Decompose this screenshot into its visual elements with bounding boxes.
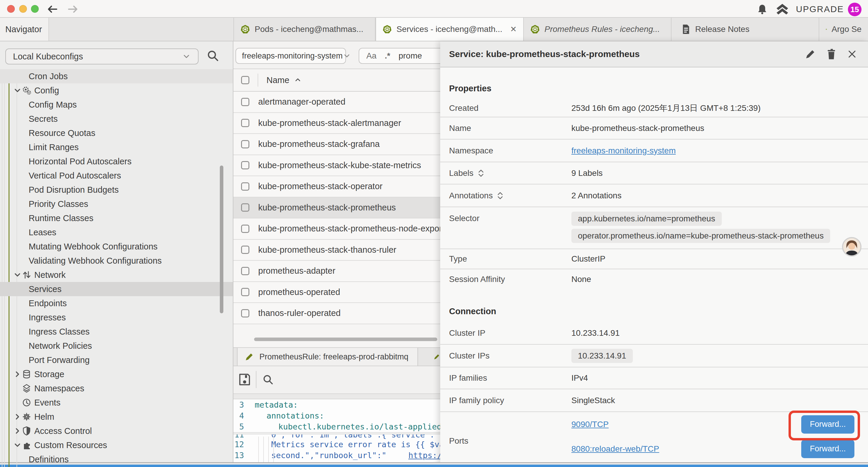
row-checkbox[interactable]: [241, 288, 249, 296]
name-column-header[interactable]: Name: [267, 76, 289, 85]
yaml-editor[interactable]: 3metadata: 4annotations: 5kubectl.kubern…: [234, 399, 440, 467]
sidebar-item[interactable]: Custom Resources: [0, 438, 233, 452]
table-row[interactable]: prometheus-adapter: [234, 261, 440, 282]
tab-pods[interactable]: Pods - icecheng@mathmas...: [234, 18, 375, 41]
sidebar-item[interactable]: Horizontal Pod Autoscalers: [0, 154, 233, 169]
sidebar-item[interactable]: Secrets: [0, 112, 233, 126]
row-checkbox[interactable]: [241, 119, 249, 127]
table-row[interactable]: alertmanager-operated: [234, 92, 440, 113]
table-row[interactable]: kube-prometheus-stack-operator: [234, 176, 440, 198]
tab-argo[interactable]: Argo Se: [819, 18, 868, 41]
sidebar-item[interactable]: Endpoints: [0, 296, 233, 310]
sidebar-item[interactable]: Access Control: [0, 424, 233, 438]
table-row[interactable]: kube-prometheus-stack-alertmanager: [234, 113, 440, 134]
forward-arrow-icon[interactable]: [67, 4, 79, 14]
close-icon[interactable]: [847, 49, 857, 59]
sidebar-item[interactable]: Ingress Classes: [0, 324, 233, 339]
sidebar-item[interactable]: Events: [0, 396, 233, 410]
regex-toggle[interactable]: .*: [385, 51, 390, 61]
select-all-checkbox[interactable]: [241, 76, 249, 84]
sidebar-item[interactable]: Priority Classes: [0, 197, 233, 211]
sidebar-item[interactable]: Resource Quotas: [0, 126, 233, 140]
table-row[interactable]: prometheus-operated: [234, 282, 440, 303]
window-close-button[interactable]: [7, 5, 15, 13]
sidebar-item[interactable]: Leases: [0, 225, 233, 239]
namespace-link[interactable]: freeleaps-monitoring-system: [571, 146, 676, 155]
sort-ascending-icon[interactable]: [294, 76, 302, 84]
namespace-selector[interactable]: freeleaps-monitoring-system: [236, 48, 346, 64]
editor-tab-partial[interactable]: [418, 348, 440, 366]
forward-button[interactable]: Forward...: [801, 440, 855, 458]
table-row[interactable]: kube-prometheus-stack-kube-state-metrics: [234, 155, 440, 176]
panel-separator[interactable]: [234, 393, 440, 399]
table-row[interactable]: thanos-ruler-operated: [234, 303, 440, 324]
tree-chevron-icon[interactable]: [13, 427, 22, 435]
sidebar-item[interactable]: Validating Webhook Configurations: [0, 254, 233, 268]
sidebar-item[interactable]: Ingresses: [0, 310, 233, 324]
selector-chip[interactable]: app.kubernetes.io/name=prometheus: [571, 212, 722, 226]
row-checkbox[interactable]: [241, 98, 249, 106]
match-case-toggle[interactable]: Aa: [366, 51, 376, 61]
editor-tab-prometheusrule[interactable]: PrometheusRule: freeleaps-prod-rabbitmq: [237, 348, 418, 366]
sidebar-item[interactable]: Pod Disruption Budgets: [0, 183, 233, 197]
avatar[interactable]: [842, 237, 862, 257]
sidebar-item[interactable]: Runtime Classes: [0, 211, 233, 225]
save-icon[interactable]: [238, 373, 251, 386]
row-checkbox[interactable]: [241, 225, 249, 233]
sidebar-item[interactable]: Config: [0, 83, 233, 97]
tree-chevron-icon[interactable]: [13, 270, 22, 279]
table-row[interactable]: kube-prometheus-stack-thanos-ruler: [234, 240, 440, 261]
tree-chevron-icon[interactable]: [13, 86, 22, 95]
tree-chevron-icon[interactable]: [13, 412, 22, 421]
sidebar-item[interactable]: Network Policies: [0, 339, 233, 353]
sidebar-scrollbar[interactable]: [220, 166, 223, 313]
row-checkbox[interactable]: [241, 161, 249, 169]
table-row[interactable]: kube-prometheus-stack-grafana: [234, 134, 440, 155]
tree-chevron-icon[interactable]: [13, 441, 22, 449]
table-row[interactable]: kube-prometheus-stack-prometheus: [234, 198, 440, 219]
notifications-bell-icon[interactable]: [756, 3, 768, 15]
name-filter-input[interactable]: Aa .* prome: [359, 48, 440, 64]
sidebar-item[interactable]: Mutating Webhook Configurations: [0, 239, 233, 254]
row-checkbox[interactable]: [241, 182, 249, 191]
row-checkbox[interactable]: [241, 203, 249, 212]
sidebar-item[interactable]: Port Forwarding: [0, 353, 233, 367]
sidebar-item[interactable]: Vertical Pod Autoscalers: [0, 169, 233, 183]
expand-sort-icon[interactable]: [497, 192, 503, 200]
sidebar-item[interactable]: Helm: [0, 410, 233, 424]
tree-chevron-icon[interactable]: [13, 370, 22, 379]
close-tab-icon[interactable]: ✕: [507, 25, 517, 34]
back-arrow-icon[interactable]: [47, 4, 59, 14]
notification-count-badge[interactable]: 15: [848, 3, 862, 16]
editor-search-icon[interactable]: [262, 373, 274, 386]
row-checkbox[interactable]: [241, 140, 249, 148]
tab-services[interactable]: Services - icecheng@math... ✕: [375, 18, 524, 41]
search-icon[interactable]: [206, 49, 219, 62]
selector-chip[interactable]: operator.prometheus.io/name=kube-prometh…: [571, 229, 830, 243]
tab-release-notes[interactable]: Release Notes: [672, 18, 819, 41]
sidebar-item[interactable]: Cron Jobs: [0, 69, 233, 83]
sidebar-item[interactable]: Network: [0, 268, 233, 282]
port-link[interactable]: 9090/TCP: [571, 420, 609, 429]
port-link[interactable]: 8080:reloader-web/TCP: [571, 444, 659, 454]
runbook-url-link[interactable]: https://net: [408, 451, 440, 460]
edit-pencil-icon[interactable]: [805, 49, 816, 60]
table-row[interactable]: kube-prometheus-stack-prometheus-node-ex…: [234, 218, 440, 240]
row-checkbox[interactable]: [241, 309, 249, 317]
tab-prometheus-rules[interactable]: Prometheus Rules - icecheng...: [524, 18, 672, 41]
row-checkbox[interactable]: [241, 267, 249, 275]
row-checkbox[interactable]: [241, 245, 249, 254]
sidebar-item[interactable]: Limit Ranges: [0, 140, 233, 154]
sidebar-item[interactable]: Definitions: [0, 452, 233, 466]
navigator-panel-tab[interactable]: Navigator: [0, 18, 49, 41]
window-minimize-button[interactable]: [19, 5, 27, 13]
sidebar-item[interactable]: Config Maps: [0, 97, 233, 112]
kubeconfig-selector[interactable]: Local Kubeconfigs: [5, 49, 198, 64]
upgrade-icon[interactable]: [775, 3, 790, 16]
sidebar-item[interactable]: Namespaces: [0, 381, 233, 396]
cluster-ips-chip[interactable]: 10.233.14.91: [571, 349, 633, 363]
window-zoom-button[interactable]: [31, 5, 39, 13]
sidebar-item[interactable]: Services: [0, 282, 233, 296]
delete-trash-icon[interactable]: [826, 48, 837, 60]
upgrade-button[interactable]: UPGRADE: [796, 4, 844, 14]
